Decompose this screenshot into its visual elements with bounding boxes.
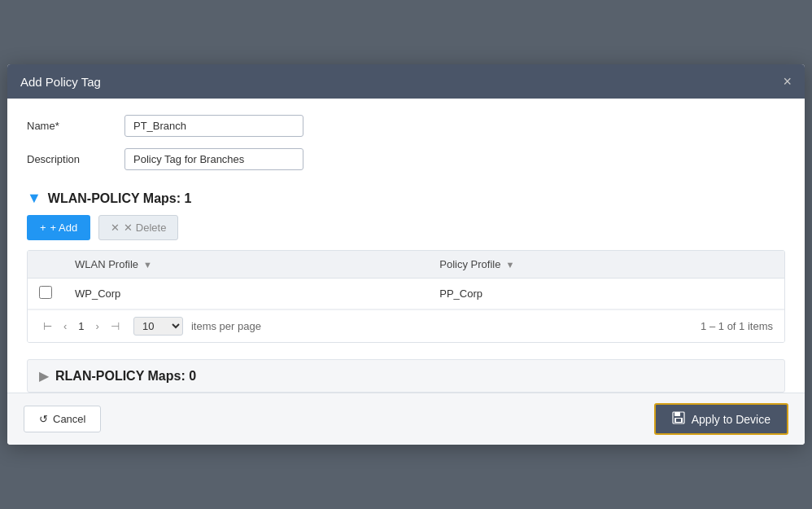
name-input[interactable] <box>124 115 303 137</box>
delete-button[interactable]: ✕ ✕ Delete <box>98 215 178 240</box>
wlan-section-content: + + Add ✕ ✕ Delete <box>27 215 785 351</box>
col1-sort-icon: ▼ <box>143 260 152 270</box>
row-checkbox[interactable] <box>39 286 52 299</box>
cancel-icon: ↺ <box>39 413 48 425</box>
wlan-profile-cell: WP_Corp <box>63 279 428 309</box>
cancel-label: Cancel <box>53 413 85 425</box>
delete-label: ✕ Delete <box>124 222 166 234</box>
modal-close-button[interactable]: × <box>783 74 792 89</box>
rlan-section-title: RLAN-POLICY Maps: 0 <box>55 369 196 384</box>
wlan-chevron-icon[interactable]: ▼ <box>27 190 41 207</box>
policy-profile-header: Policy Profile ▼ <box>428 251 784 279</box>
wlan-section-header: ▼ WLAN-POLICY Maps: 1 <box>27 182 785 213</box>
table-header-row: WLAN Profile ▼ Policy Profile ▼ <box>28 251 784 279</box>
rlan-section: ▶ RLAN-POLICY Maps: 0 <box>27 359 785 393</box>
pagination-row: ⊢ ‹ 1 › ⊣ 10 20 50 items per page 1 – <box>28 309 784 342</box>
description-input[interactable] <box>124 148 303 170</box>
row-checkbox-cell <box>28 279 63 309</box>
times-icon: ✕ <box>111 222 120 234</box>
apply-label: Apply to Device <box>692 413 771 426</box>
name-label: Name* <box>27 120 124 132</box>
last-page-button[interactable]: ⊣ <box>107 318 124 334</box>
modal-title: Add Policy Tag <box>20 75 101 89</box>
modal-footer: ↺ Cancel Apply to Device <box>7 393 805 445</box>
wlan-section: ▼ WLAN-POLICY Maps: 1 + + Add ✕ ✕ Delete <box>27 182 785 351</box>
per-page-label: items per page <box>191 320 261 332</box>
policy-profile-cell: PP_Corp <box>428 279 784 309</box>
rlan-section-header[interactable]: ▶ RLAN-POLICY Maps: 0 <box>28 360 784 392</box>
cancel-button[interactable]: ↺ Cancel <box>24 406 101 432</box>
page-count: 1 – 1 of 1 items <box>701 320 773 332</box>
apply-to-device-button[interactable]: Apply to Device <box>654 403 788 435</box>
wlan-table-container: WLAN Profile ▼ Policy Profile ▼ <box>27 250 785 343</box>
add-label: + Add <box>50 222 78 234</box>
svg-rect-1 <box>674 412 680 416</box>
wlan-table: WLAN Profile ▼ Policy Profile ▼ <box>28 251 784 309</box>
wlan-toolbar: + + Add ✕ ✕ Delete <box>27 215 785 240</box>
plus-icon: + <box>40 222 46 234</box>
current-page: 1 <box>74 320 88 332</box>
col2-sort-icon: ▼ <box>505 260 514 270</box>
checkbox-col-header <box>28 251 63 279</box>
wlan-profile-header: WLAN Profile ▼ <box>63 251 428 279</box>
prev-page-button[interactable]: ‹ <box>59 318 71 334</box>
table-row: WP_Corp PP_Corp <box>28 279 784 309</box>
add-button[interactable]: + + Add <box>27 215 90 240</box>
per-page-select[interactable]: 10 20 50 <box>133 317 183 336</box>
svg-rect-3 <box>676 419 681 422</box>
save-icon <box>672 411 685 427</box>
rlan-chevron-icon[interactable]: ▶ <box>39 368 49 384</box>
modal-overlay: Add Policy Tag × Name* Description ▼ WLA… <box>0 0 812 509</box>
modal-body: Name* Description ▼ WLAN-POLICY Maps: 1 <box>7 99 805 393</box>
next-page-button[interactable]: › <box>92 318 103 334</box>
name-row: Name* <box>27 115 785 137</box>
description-label: Description <box>27 153 124 165</box>
first-page-button[interactable]: ⊢ <box>39 318 56 334</box>
add-policy-tag-modal: Add Policy Tag × Name* Description ▼ WLA… <box>7 64 805 445</box>
description-row: Description <box>27 148 785 170</box>
wlan-section-title: WLAN-POLICY Maps: 1 <box>48 191 192 206</box>
modal-header: Add Policy Tag × <box>7 64 805 99</box>
